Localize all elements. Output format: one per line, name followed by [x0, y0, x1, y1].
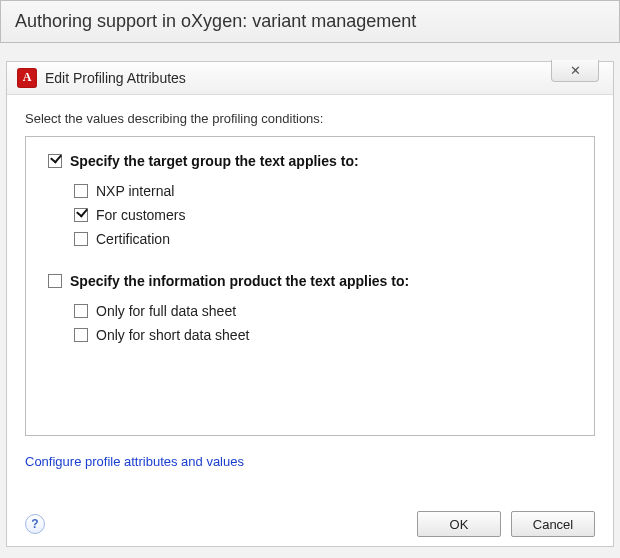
conditions-panel: Specify the target group the text applie… [25, 136, 595, 436]
option-certification-checkbox[interactable] [74, 232, 88, 246]
group-info-product-checkbox[interactable] [48, 274, 62, 288]
option-short-data-sheet-checkbox[interactable] [74, 328, 88, 342]
option-certification-label: Certification [96, 231, 170, 247]
option-short-data-sheet-label: Only for short data sheet [96, 327, 249, 343]
app-icon [17, 68, 37, 88]
option-for-customers: For customers [74, 203, 572, 227]
cancel-button[interactable]: Cancel [511, 511, 595, 537]
ok-button[interactable]: OK [417, 511, 501, 537]
page-title: Authoring support in oXygen: variant man… [0, 0, 620, 43]
dialog-titlebar: Edit Profiling Attributes [7, 62, 613, 95]
option-certification: Certification [74, 227, 572, 251]
instruction-text: Select the values describing the profili… [25, 111, 595, 126]
help-button[interactable]: ? [25, 514, 45, 534]
group-target: Specify the target group the text applie… [48, 153, 572, 251]
option-short-data-sheet: Only for short data sheet [74, 323, 572, 347]
dialog-footer: ? OK Cancel [25, 497, 595, 537]
option-for-customers-label: For customers [96, 207, 185, 223]
configure-link[interactable]: Configure profile attributes and values [25, 454, 595, 469]
help-icon: ? [31, 517, 38, 531]
group-target-label: Specify the target group the text applie… [70, 153, 359, 169]
group-target-checkbox[interactable] [48, 154, 62, 168]
dialog-body: Select the values describing the profili… [7, 95, 613, 547]
dialog-title: Edit Profiling Attributes [45, 70, 186, 86]
option-full-data-sheet: Only for full data sheet [74, 299, 572, 323]
group-info-product-label: Specify the information product the text… [70, 273, 409, 289]
option-nxp-internal-label: NXP internal [96, 183, 174, 199]
option-full-data-sheet-checkbox[interactable] [74, 304, 88, 318]
option-full-data-sheet-label: Only for full data sheet [96, 303, 236, 319]
group-info-product: Specify the information product the text… [48, 273, 572, 347]
close-button[interactable]: ✕ [551, 60, 599, 82]
option-for-customers-checkbox[interactable] [74, 208, 88, 222]
close-icon: ✕ [570, 63, 581, 78]
dialog: ✕ Edit Profiling Attributes Select the v… [6, 61, 614, 547]
option-nxp-internal-checkbox[interactable] [74, 184, 88, 198]
option-nxp-internal: NXP internal [74, 179, 572, 203]
